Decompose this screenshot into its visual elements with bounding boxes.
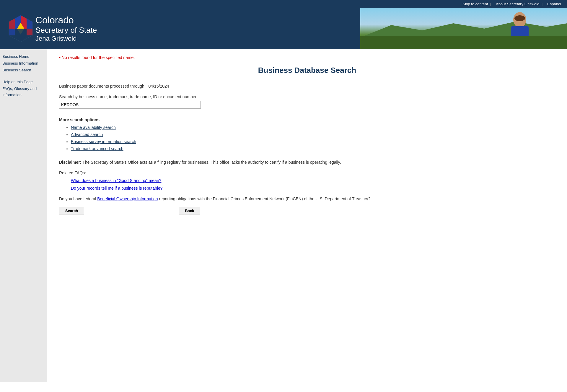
button-row: Search Back bbox=[59, 207, 555, 214]
bullet: • bbox=[59, 55, 62, 60]
svg-marker-7 bbox=[27, 29, 32, 35]
sidebar-item-business-home[interactable]: Business Home bbox=[2, 54, 45, 60]
svg-marker-6 bbox=[9, 29, 15, 35]
svg-rect-11 bbox=[511, 26, 529, 49]
main-content: • No results found for the specified nam… bbox=[47, 49, 567, 382]
more-search-options: More search options Name availability se… bbox=[59, 117, 555, 151]
sidebar-business-section: Business Home Business Information Busin… bbox=[2, 54, 45, 73]
espanol-link[interactable]: Español bbox=[547, 2, 561, 6]
header-image bbox=[360, 8, 567, 49]
faq1-link[interactable]: What does a business in "Good Standing" … bbox=[71, 178, 555, 183]
svg-point-12 bbox=[514, 15, 525, 21]
more-options-heading: More search options bbox=[59, 117, 555, 122]
faq2-link[interactable]: Do your records tell me if a business is… bbox=[71, 186, 555, 191]
search-input[interactable] bbox=[59, 101, 201, 109]
header-text: Colorado Secretary of State Jena Griswol… bbox=[35, 15, 97, 42]
processed-date-label: Business paper documents processed throu… bbox=[59, 84, 146, 88]
about-link[interactable]: About Secretary Griswold bbox=[496, 2, 539, 6]
list-item: Business survey information search bbox=[71, 139, 555, 144]
header-left: Colorado Secretary of State Jena Griswol… bbox=[0, 8, 192, 49]
list-item: Name availability search bbox=[71, 125, 555, 130]
sidebar-item-help[interactable]: Help on this Page bbox=[2, 79, 45, 85]
processed-date: Business paper documents processed throu… bbox=[59, 84, 555, 88]
fincen-text1: Do you have federal bbox=[59, 196, 97, 201]
colorado-logo bbox=[6, 14, 35, 43]
error-text: No results found for the specified name. bbox=[62, 55, 135, 60]
search-label: Search by business name, trademark, trad… bbox=[59, 94, 555, 99]
nav-divider1: | bbox=[490, 2, 491, 6]
top-navigation: Skip to content | About Secretary Griswo… bbox=[0, 0, 567, 8]
sidebar-item-faqs[interactable]: FAQs, Glossary and Information bbox=[2, 86, 45, 98]
processed-date-value: 04/15/2024 bbox=[149, 84, 169, 88]
disclaimer: Disclaimer: The Secretary of State's Off… bbox=[59, 160, 384, 165]
sidebar-item-business-information[interactable]: Business Information bbox=[2, 60, 45, 67]
fincen-link[interactable]: Beneficial Ownership Information bbox=[97, 196, 158, 201]
office-name: Secretary of State bbox=[35, 26, 97, 35]
secretary-name: Jena Griswold bbox=[35, 35, 97, 42]
site-header: Colorado Secretary of State Jena Griswol… bbox=[0, 8, 567, 49]
search-options-list: Name availability search Advanced search… bbox=[59, 125, 555, 151]
nav-divider2: | bbox=[542, 2, 542, 6]
sidebar: Business Home Business Information Busin… bbox=[0, 49, 47, 382]
disclaimer-text: The Secretary of State's Office acts as … bbox=[82, 160, 341, 165]
advanced-search-link[interactable]: Advanced search bbox=[71, 132, 103, 137]
back-button[interactable]: Back bbox=[179, 207, 200, 214]
list-item: Trademark advanced search bbox=[71, 146, 555, 151]
error-message: • No results found for the specified nam… bbox=[59, 55, 555, 60]
name-availability-link[interactable]: Name availability search bbox=[71, 125, 116, 130]
sidebar-help-section: Help on this Page FAQs, Glossary and Inf… bbox=[2, 79, 45, 98]
survey-search-link[interactable]: Business survey information search bbox=[71, 139, 136, 144]
fincen-text2: reporting obligations with the Financial… bbox=[159, 196, 371, 201]
search-button[interactable]: Search bbox=[59, 207, 84, 214]
state-name: Colorado bbox=[35, 15, 97, 26]
main-wrapper: Business Home Business Information Busin… bbox=[0, 49, 567, 382]
disclaimer-label: Disclaimer: bbox=[59, 160, 81, 165]
fincen-line: Do you have federal Beneficial Ownership… bbox=[59, 196, 384, 201]
related-faqs-label: Related FAQs: bbox=[59, 170, 555, 175]
sidebar-item-business-search[interactable]: Business Search bbox=[2, 67, 45, 73]
related-faqs: Related FAQs: What does a business in "G… bbox=[59, 170, 555, 191]
trademark-search-link[interactable]: Trademark advanced search bbox=[71, 146, 123, 151]
page-title: Business Database Search bbox=[59, 66, 555, 75]
skip-to-content-link[interactable]: Skip to content bbox=[462, 2, 488, 6]
mountain-background bbox=[360, 8, 567, 49]
list-item: Advanced search bbox=[71, 132, 555, 137]
